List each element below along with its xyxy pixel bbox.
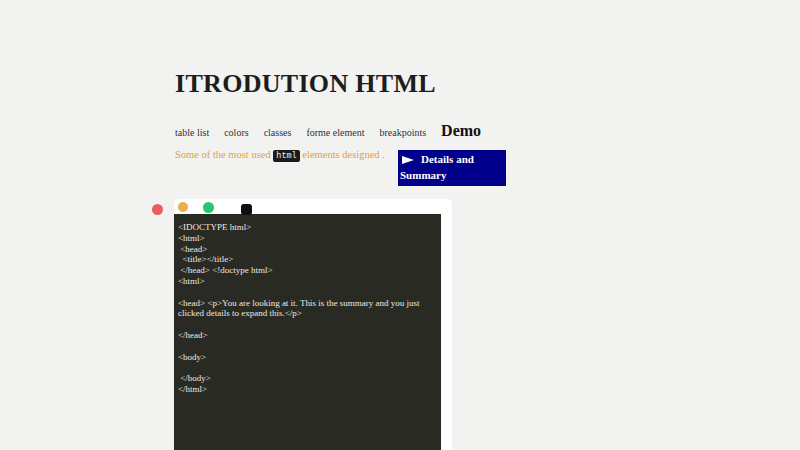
window-titlebar	[174, 199, 452, 214]
nav-link[interactable]: forme element	[306, 127, 364, 138]
nav-link[interactable]: colors	[224, 127, 248, 138]
page-title: ITRODUTION HTML	[175, 70, 436, 98]
window-minimize-button[interactable]	[178, 202, 188, 212]
window-stop-button[interactable]	[241, 204, 252, 215]
intro-text-after: elements designed .	[302, 149, 385, 160]
inline-code-badge: html	[273, 150, 299, 162]
nav-link[interactable]: breakpoints	[379, 127, 426, 138]
details-summary[interactable]: Details and Summary	[398, 150, 506, 186]
code-editor-window: <IDOCTYPE html> <html> <head> <title></t…	[174, 199, 452, 450]
intro-text-before: Some of the most used	[175, 149, 271, 160]
window-close-button[interactable]	[152, 204, 163, 215]
nav-link-demo[interactable]: Demo	[441, 122, 481, 140]
nav-link[interactable]: classes	[264, 127, 292, 138]
page: ITRODUTION HTML table list colors classe…	[0, 0, 800, 450]
main-nav: table list colors classes forme element …	[175, 122, 481, 140]
window-maximize-button[interactable]	[203, 202, 214, 213]
disclosure-triangle-icon	[402, 156, 414, 164]
code-content: <IDOCTYPE html> <html> <head> <title></t…	[174, 214, 441, 450]
intro-text: Some of the most used html elements desi…	[175, 147, 385, 164]
nav-link[interactable]: table list	[175, 127, 209, 138]
